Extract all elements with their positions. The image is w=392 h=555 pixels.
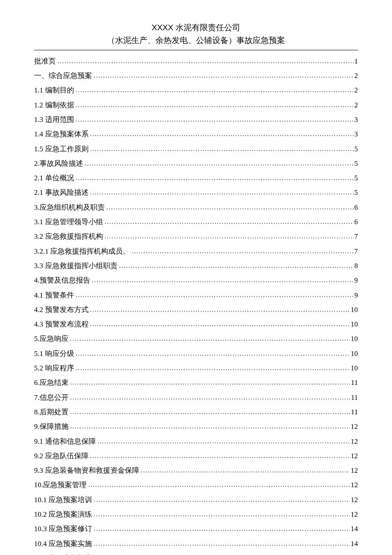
toc-entry-page: 10	[350, 363, 358, 373]
toc-entry-page: 15	[350, 553, 358, 555]
toc-entry-page: 11	[350, 393, 358, 403]
toc-entry-label: 3.1 应急管理领导小组	[34, 217, 103, 227]
toc-entry-label: 1.2 编制依据	[34, 100, 74, 110]
toc-entry-page: 2	[354, 100, 358, 110]
toc-leader-dots	[76, 86, 354, 95]
toc-entry-page: 3	[354, 129, 358, 139]
toc-leader-dots	[76, 350, 350, 358]
toc-entry: 10.应急预案管理12	[34, 480, 358, 490]
toc-entry: 5.1 响应分级10	[34, 349, 358, 359]
toc-entry: 4.预警及信息报告9	[34, 275, 358, 286]
toc-leader-dots	[90, 188, 354, 197]
toc-entry-page: 5	[354, 159, 358, 169]
toc-leader-dots	[141, 466, 350, 475]
toc-entry-label: 5.应急响应	[34, 334, 69, 344]
toc-entry: 1.3 适用范围3	[34, 115, 358, 125]
toc-entry-label: 10.1 应急预案培训	[34, 495, 92, 505]
toc-entry-page: 12	[350, 422, 358, 432]
toc-leader-dots	[132, 247, 353, 256]
toc-entry: 10.2 应急预案演练12	[34, 509, 358, 520]
toc-entry-label: 1.5 应急工作原则	[34, 144, 89, 154]
toc-leader-dots	[70, 408, 350, 416]
toc-leader-dots	[94, 540, 350, 548]
toc-entry-label: 9.1 通信和信息保障	[34, 436, 96, 447]
toc-entry-page: 12	[350, 495, 358, 505]
toc-entry-label: 9.3 应急装备物资和救援资金保障	[34, 465, 139, 476]
toc-entry: 一、综合应急预案2	[34, 71, 358, 81]
toc-entry-label: 1.1 编制目的	[34, 85, 74, 95]
toc-entry: 9.保障措施12	[34, 422, 358, 432]
toc-entry: 7.信息公开11	[34, 393, 358, 403]
toc-entry-page: 9	[354, 275, 358, 286]
toc-entry-page: 2	[354, 71, 358, 81]
toc-entry-page: 5	[354, 144, 358, 154]
toc-entry: 2.1 事故风险描述5	[34, 188, 358, 198]
toc-entry: 9.2 应急队伍保障12	[34, 451, 358, 461]
toc-leader-dots	[94, 525, 350, 533]
document-header: XXXX 水泥有限责任公司 （水泥生产、余热发电、公辅设备）事故应急预案	[34, 21, 358, 50]
toc-entry: 10.1 应急预案培训12	[34, 495, 358, 505]
header-divider	[34, 50, 358, 50]
toc-leader-dots	[76, 116, 354, 124]
toc-leader-dots	[119, 262, 354, 270]
toc-entry-label: 二、专项应急预案	[34, 553, 92, 555]
toc-entry: 6.应急结束11	[34, 378, 358, 388]
toc-entry-label: 9.保障措施	[34, 422, 69, 432]
toc-entry-page: 14	[350, 539, 358, 549]
toc-leader-dots	[107, 203, 354, 212]
toc-entry: 2.事故风险描述5	[34, 159, 358, 169]
toc-entry-label: 3.3 应急救援指挥小组职责	[34, 261, 118, 271]
toc-leader-dots	[90, 145, 354, 153]
toc-leader-dots	[90, 320, 350, 329]
toc-entry-page: 12	[350, 480, 358, 490]
toc-entry-label: 1.3 适用范围	[34, 115, 74, 125]
toc-entry-label: 3.2 应急救援指挥机构	[34, 231, 103, 242]
toc-entry-label: 4.2 预警发布方式	[34, 305, 89, 315]
toc-leader-dots	[76, 364, 350, 373]
toc-entry-label: 8.后期处置	[34, 407, 69, 417]
toc-entry-page: 8	[354, 261, 358, 271]
toc-entry-page: 11	[350, 407, 358, 417]
toc-entry-label: 10.应急预案管理	[34, 480, 86, 490]
toc-leader-dots	[94, 496, 350, 504]
toc-entry: 3.2 应急救援指挥机构7	[34, 231, 358, 242]
toc-entry-page: 12	[350, 465, 358, 476]
toc-entry: 3.3 应急救援指挥小组职责8	[34, 261, 358, 271]
toc-entry-page: 3	[354, 115, 358, 125]
toc-entry-label: 9.2 应急队伍保障	[34, 451, 89, 461]
toc-leader-dots	[88, 481, 350, 489]
toc-entry-label: 4.1 预警条件	[34, 290, 74, 301]
toc-entry: 8.后期处置11	[34, 407, 358, 417]
toc-leader-dots	[70, 393, 350, 402]
toc-leader-dots	[94, 72, 354, 80]
toc-entry: 5.2 响应程序10	[34, 363, 358, 373]
toc-leader-dots	[98, 437, 350, 446]
toc-entry: 3.应急组织机构及职责6	[34, 202, 358, 213]
toc-leader-dots	[85, 159, 354, 168]
toc-entry: 1.1 编制目的2	[34, 85, 358, 95]
toc-entry-page: 6	[354, 217, 358, 227]
toc-leader-dots	[92, 276, 354, 285]
toc-entry-label: 10.3 应急预案修订	[34, 524, 92, 534]
toc-entry-page: 7	[354, 246, 358, 257]
toc-entry-label: 10.2 应急预案演练	[34, 509, 92, 520]
toc-entry: 二、专项应急预案15	[34, 553, 358, 555]
toc-entry-label: 3.2.1 应急救援指挥机构成员。	[34, 246, 130, 257]
toc-entry-page: 11	[350, 378, 358, 388]
toc-leader-dots	[70, 422, 350, 431]
toc-entry-page: 5	[354, 173, 358, 183]
toc-entry-page: 7	[354, 231, 358, 242]
toc-entry-page: 5	[354, 188, 358, 198]
toc-leader-dots	[76, 101, 354, 110]
toc-entry-label: 一、综合应急预案	[34, 71, 92, 81]
toc-leader-dots	[90, 306, 350, 314]
toc-entry: 3.2.1 应急救援指挥机构成员。7	[34, 246, 358, 257]
toc-entry-label: 2.1 事故风险描述	[34, 188, 89, 198]
toc-entry: 9.3 应急装备物资和救援资金保障12	[34, 465, 358, 476]
toc-leader-dots	[90, 452, 350, 460]
toc-entry-label: 5.2 响应程序	[34, 363, 74, 373]
toc-entry-label: 4.预警及信息报告	[34, 275, 90, 286]
toc-entry-label: 2.事故风险描述	[34, 159, 83, 169]
toc-entry-page: 2	[354, 85, 358, 95]
table-of-contents: 批准页1一、综合应急预案21.1 编制目的21.2 编制依据21.3 适用范围3…	[34, 56, 358, 555]
